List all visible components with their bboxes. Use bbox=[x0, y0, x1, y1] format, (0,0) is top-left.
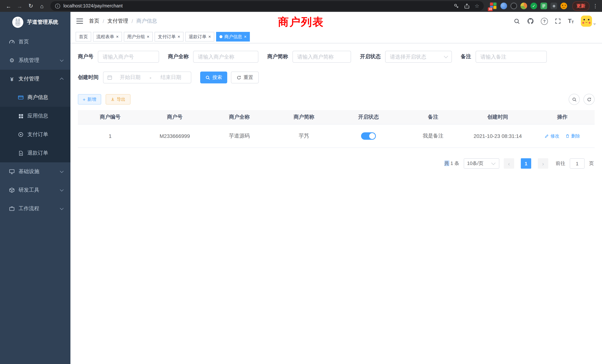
current-page-button[interactable]: 1 bbox=[521, 158, 531, 169]
add-button[interactable]: + 新增 bbox=[78, 94, 101, 105]
fullscreen-icon[interactable] bbox=[555, 18, 561, 24]
close-icon[interactable]: × bbox=[244, 34, 247, 39]
date-separator: - bbox=[148, 75, 153, 80]
password-key-icon[interactable] bbox=[454, 3, 460, 9]
sidebar-item-home[interactable]: 首页 bbox=[0, 33, 70, 51]
remark-input[interactable] bbox=[476, 51, 547, 63]
sidebar-item-workflow[interactable]: 工作流程 bbox=[0, 199, 70, 218]
export-button[interactable]: 导出 bbox=[106, 94, 130, 105]
sidebar-item-label: 支付订单 bbox=[27, 131, 48, 138]
green-doc-extension-icon[interactable] bbox=[540, 3, 547, 9]
payment-submenu: 商户信息 应用信息 支付订单 bbox=[0, 88, 70, 162]
prev-page-button[interactable]: ‹ bbox=[504, 158, 514, 169]
font-size-icon[interactable]: TT bbox=[568, 18, 574, 24]
cell-create-time: 2021-10-23 08:31:14 bbox=[465, 124, 530, 148]
puzzle-extension-icon[interactable] bbox=[550, 3, 557, 9]
tab-pay-orders[interactable]: 支付订单 × bbox=[155, 32, 183, 42]
status-label: 开启状态 bbox=[360, 53, 381, 60]
browser-menu-icon[interactable]: ⋮ bbox=[592, 3, 598, 9]
tab-home[interactable]: 首页 bbox=[76, 32, 91, 42]
page-size-select[interactable] bbox=[464, 158, 499, 169]
page-size-value[interactable] bbox=[464, 158, 499, 169]
cell-merchant-id: 1 bbox=[78, 124, 142, 148]
breadcrumb-payment[interactable]: 支付管理 bbox=[108, 18, 128, 24]
dark-circle-extension-icon[interactable] bbox=[510, 3, 517, 9]
tab-refund-orders[interactable]: 退款订单 × bbox=[185, 32, 214, 42]
date-range-picker[interactable]: 开始日期 - 结束日期 bbox=[103, 72, 191, 83]
blue-drop-extension-icon[interactable] bbox=[500, 3, 507, 9]
help-icon[interactable]: ? bbox=[541, 18, 548, 25]
main-content: 首页 / 支付管理 / 商户信息 商户列表 ? TT bbox=[70, 12, 602, 364]
breadcrumb-separator: / bbox=[103, 18, 104, 24]
delete-link[interactable]: 删除 bbox=[565, 133, 580, 139]
tab-merchant-info[interactable]: 商户信息 × bbox=[216, 32, 250, 42]
status-toggle[interactable] bbox=[361, 132, 376, 140]
col-merchant-id: 商户编号 bbox=[78, 110, 142, 124]
full-name-input[interactable] bbox=[193, 51, 258, 63]
breadcrumb-home[interactable]: 首页 bbox=[89, 18, 99, 24]
start-date-placeholder[interactable]: 开始日期 bbox=[114, 74, 146, 81]
sidebar-item-payment[interactable]: ¥ 支付管理 bbox=[0, 70, 70, 88]
edit-link[interactable]: 修改 bbox=[545, 133, 559, 139]
box-icon bbox=[7, 187, 16, 193]
url-text: localhost:1024/pay/merchant bbox=[63, 3, 451, 9]
app-logo[interactable]: 芋道管理系统 bbox=[0, 12, 70, 33]
sidebar-item-refund-orders[interactable]: 退款订单 bbox=[0, 144, 70, 162]
chevron-down-icon bbox=[60, 206, 64, 210]
extensions-puzzle-icon[interactable]: 10 bbox=[490, 2, 497, 10]
goto-label: 前往 bbox=[556, 160, 565, 167]
browser-update-button[interactable]: 更新 bbox=[572, 1, 589, 11]
col-remark: 备注 bbox=[401, 110, 466, 124]
page-unit-label: 页 bbox=[589, 160, 594, 167]
next-page-button[interactable]: › bbox=[538, 158, 548, 169]
sidebar-item-system[interactable]: ⚙ 系统管理 bbox=[0, 51, 70, 70]
page-info-icon[interactable] bbox=[55, 3, 60, 9]
close-icon[interactable]: × bbox=[208, 34, 211, 39]
show-search-toggle-icon[interactable] bbox=[569, 94, 580, 105]
search-button[interactable]: 搜索 bbox=[200, 72, 227, 83]
smiley-extension-icon[interactable] bbox=[560, 3, 567, 9]
trash-icon bbox=[565, 134, 570, 138]
reload-icon[interactable]: ↻ bbox=[26, 1, 36, 11]
address-bar[interactable]: localhost:1024/pay/merchant ☆ bbox=[50, 1, 484, 11]
end-date-placeholder[interactable]: 结束日期 bbox=[155, 74, 187, 81]
sidebar-item-app-info[interactable]: 应用信息 bbox=[0, 107, 70, 125]
home-icon[interactable]: ⌂ bbox=[37, 1, 47, 11]
github-icon[interactable] bbox=[527, 18, 534, 24]
reset-button[interactable]: 重置 bbox=[231, 72, 259, 83]
sidebar-item-label: 研发工具 bbox=[19, 187, 39, 193]
table-row: 1 M233666999 芋道源码 芋艿 我是备注 2021-10-23 08:… bbox=[78, 124, 595, 148]
collapse-menu-icon[interactable] bbox=[76, 19, 83, 24]
page-header: 首页 / 支付管理 / 商户信息 商户列表 ? TT bbox=[70, 12, 602, 30]
avatar-circle-extension-icon[interactable] bbox=[520, 3, 527, 9]
sidebar-item-label: 支付管理 bbox=[19, 76, 39, 82]
back-icon[interactable]: ← bbox=[4, 1, 13, 11]
close-icon[interactable]: × bbox=[178, 34, 180, 39]
close-icon[interactable]: × bbox=[116, 34, 119, 39]
goto-page-input[interactable] bbox=[570, 158, 585, 169]
tab-user-group[interactable]: 用户分组 × bbox=[124, 32, 153, 42]
merchant-no-input[interactable] bbox=[98, 51, 159, 63]
pencil-icon bbox=[545, 134, 549, 138]
red-annotation-text: 商户列表 bbox=[278, 15, 324, 30]
search-icon[interactable] bbox=[514, 18, 520, 24]
sidebar-item-label: 工作流程 bbox=[19, 205, 39, 212]
gear-icon: ⚙ bbox=[7, 57, 16, 64]
green-check-extension-icon[interactable]: ✓ bbox=[530, 3, 537, 9]
sidebar-item-pay-orders[interactable]: 支付订单 bbox=[0, 125, 70, 144]
tab-process-form[interactable]: 流程表单 × bbox=[93, 32, 122, 42]
cell-remark: 我是备注 bbox=[401, 124, 466, 148]
user-avatar[interactable] bbox=[581, 16, 596, 27]
forward-icon[interactable]: → bbox=[15, 1, 24, 11]
short-name-input[interactable] bbox=[292, 51, 351, 63]
col-full-name: 商户全称 bbox=[207, 110, 272, 124]
sidebar-item-infra[interactable]: 基础设施 bbox=[0, 162, 70, 181]
sidebar-item-dev-tools[interactable]: 研发工具 bbox=[0, 181, 70, 199]
share-icon[interactable] bbox=[464, 3, 470, 9]
merchant-no-label: 商户号 bbox=[78, 53, 93, 60]
status-select[interactable] bbox=[385, 51, 452, 63]
bookmark-star-icon[interactable]: ☆ bbox=[475, 3, 479, 9]
close-icon[interactable]: × bbox=[147, 34, 149, 39]
refresh-table-icon[interactable] bbox=[583, 94, 595, 105]
sidebar-item-merchant-info[interactable]: 商户信息 bbox=[0, 88, 70, 107]
